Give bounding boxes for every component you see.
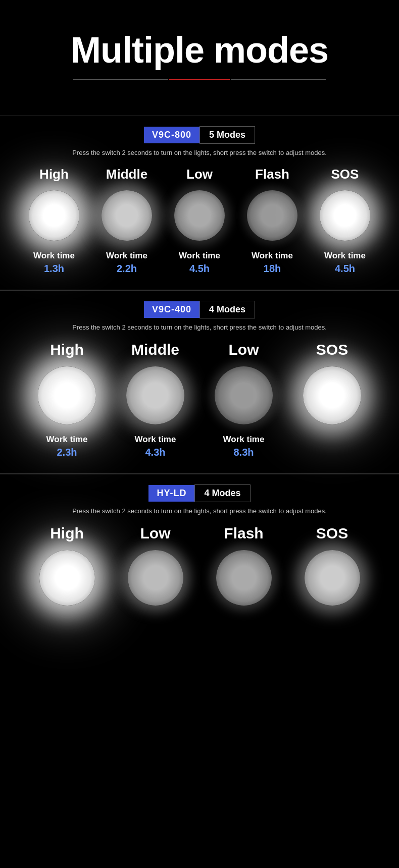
hyld-mode-high: High [25,525,109,616]
v9c400-middle-worktime-label: Work time [135,435,176,445]
v9c400-low-worktime-value: 8.3h [233,447,254,458]
hyld-header: HY-LD 4 Modes [15,484,384,502]
v9c800-section: V9C-800 5 Modes Press the switch 2 secon… [0,116,399,290]
v9c400-mode-middle: Middle Work time 4.3h [114,341,197,458]
v9c800-low-worktime-label: Work time [179,251,220,261]
hyld-mode-sos: SOS [290,525,374,616]
divider-red [169,79,230,80]
v9c400-section: V9C-400 4 Modes Press the switch 2 secon… [0,290,399,474]
v9c400-middle-label: Middle [131,341,179,358]
v9c400-high-worktime-value: 2.3h [57,447,77,458]
hyld-high-light [39,550,95,606]
v9c800-middle-label: Middle [106,167,147,182]
v9c800-high-worktime-label: Work time [33,251,75,261]
v9c400-middle-light [126,366,184,424]
hyld-high-label: High [50,525,84,542]
v9c800-sos-light [320,190,370,241]
v9c800-mode-flash: Flash Work time 18h [237,167,308,275]
v9c400-low-light [215,366,273,424]
v9c400-mode-high: High Work time 2.3h [25,341,109,458]
v9c800-sos-label: SOS [331,167,359,182]
v9c400-header: V9C-400 4 Modes [15,301,384,318]
v9c400-sos-light [303,366,361,424]
v9c800-instruction: Press the switch 2 seconds to turn on th… [15,149,384,156]
v9c800-header: V9C-800 5 Modes [15,126,384,144]
v9c800-middle-light [102,190,152,241]
v9c400-name-badge: V9C-400 [144,301,200,318]
divider-left [73,79,168,80]
page-wrapper: Multiple modes V9C-800 5 Modes Press the… [0,0,399,631]
v9c800-middle-worktime-label: Work time [106,251,147,261]
v9c800-flash-worktime-value: 18h [264,263,281,275]
v9c800-low-label: Low [186,167,213,182]
v9c400-modes-badge: 4 Modes [200,301,255,318]
hyld-modes-badge: 4 Modes [194,484,250,502]
v9c400-mode-sos: SOS Work time - [290,341,374,458]
v9c800-mode-high: High Work time 1.3h [19,167,89,275]
v9c800-mode-middle: Middle Work time 2.2h [91,167,162,275]
v9c800-middle-worktime-value: 2.2h [117,263,137,275]
v9c400-low-worktime-label: Work time [223,435,265,445]
v9c400-high-label: High [50,341,84,358]
hyld-sos-light [305,550,360,606]
hyld-mode-low: Low [114,525,197,616]
v9c400-low-label: Low [229,341,259,358]
v9c800-flash-light [247,190,297,241]
v9c800-modes-badge: 5 Modes [200,126,255,144]
v9c800-sos-worktime-value: 4.5h [335,263,355,275]
hyld-mode-flash: Flash [202,525,285,616]
hyld-instruction: Press the switch 2 seconds to turn on th… [15,507,384,515]
v9c800-low-light [174,190,225,241]
v9c800-high-label: High [39,167,69,182]
hyld-flash-label: Flash [224,525,263,542]
v9c800-high-worktime-value: 1.3h [44,263,64,275]
title-divider [73,79,326,80]
v9c800-mode-sos: SOS Work time 4.5h [310,167,380,275]
v9c400-modes-row: High Work time 2.3h Middle Work time 4.3… [15,341,384,458]
v9c800-mode-low: Low Work time 4.5h [164,167,235,275]
divider-right [231,79,326,80]
hyld-modes-row: High Low Flash SOS [15,525,384,616]
header-section: Multiple modes [0,0,399,95]
v9c400-high-worktime-label: Work time [46,435,88,445]
v9c800-low-worktime-value: 4.5h [189,263,210,275]
v9c400-middle-worktime-value: 4.3h [145,447,165,458]
hyld-sos-label: SOS [316,525,348,542]
hyld-section: HY-LD 4 Modes Press the switch 2 seconds… [0,474,399,631]
v9c800-name-badge: V9C-800 [144,127,200,143]
hyld-name-badge: HY-LD [148,485,194,502]
v9c800-flash-label: Flash [255,167,289,182]
v9c400-sos-label: SOS [316,341,348,358]
v9c400-instruction: Press the switch 2 seconds to turn on th… [15,323,384,331]
v9c400-high-light [38,366,96,424]
hyld-low-light [128,550,183,606]
v9c800-high-light [29,190,79,241]
hyld-low-label: Low [140,525,171,542]
main-title: Multiple modes [10,30,389,70]
v9c800-flash-worktime-label: Work time [252,251,293,261]
v9c800-sos-worktime-label: Work time [324,251,366,261]
v9c800-modes-row: High Work time 1.3h Middle Work time 2.2… [15,167,384,275]
v9c400-mode-low: Low Work time 8.3h [202,341,285,458]
hyld-flash-light [216,550,272,606]
